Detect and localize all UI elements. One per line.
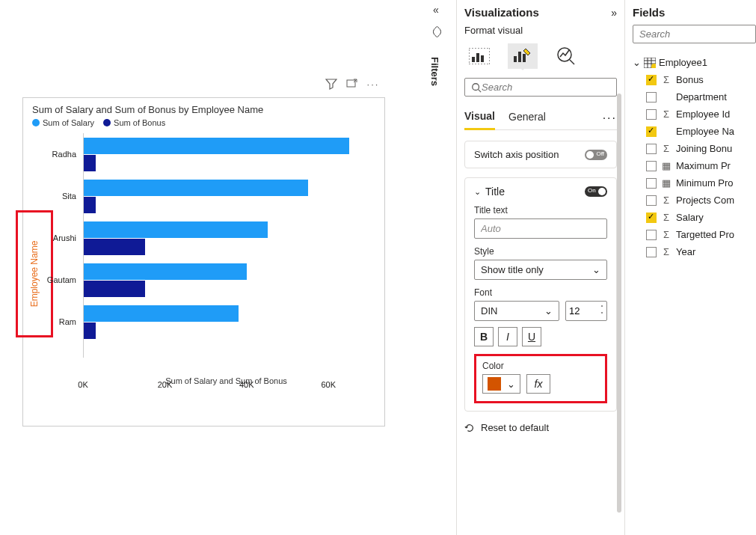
scrollbar[interactable] (617, 94, 621, 513)
field-checkbox[interactable] (646, 126, 657, 137)
color-picker[interactable]: ⌄ (482, 374, 520, 394)
field-checkbox[interactable] (646, 109, 657, 120)
analytics-icon[interactable] (551, 43, 581, 69)
title-toggle[interactable]: On (585, 186, 607, 197)
field-row[interactable]: ΣJoining Bonu (633, 140, 756, 157)
collapse-right-icon[interactable]: » (611, 7, 617, 19)
chevron-down-icon: ⌄ (633, 57, 641, 68)
build-visual-icon[interactable] (464, 43, 494, 69)
field-checkbox[interactable] (646, 213, 657, 223)
svg-rect-5 (514, 56, 517, 62)
style-label: Style (474, 246, 607, 257)
visualizations-panel: Visualizations » Format visual Visual Ge… (456, 0, 624, 535)
field-checkbox[interactable] (646, 75, 657, 85)
focus-mode-icon[interactable] (345, 77, 359, 91)
expand-left-icon[interactable]: « (425, 4, 447, 16)
field-label: Joining Bonu (676, 143, 732, 154)
format-search-input[interactable] (482, 82, 610, 93)
svg-rect-4 (481, 55, 484, 62)
eye-icon[interactable] (433, 20, 444, 38)
field-checkbox[interactable] (646, 161, 657, 171)
field-row[interactable]: Department (633, 88, 756, 106)
chevron-up-icon[interactable]: ˄ (600, 305, 603, 311)
category-label: Radha (43, 150, 76, 159)
field-checkbox[interactable] (646, 92, 657, 103)
field-label: Employee Id (676, 108, 730, 120)
bar[interactable] (84, 263, 247, 280)
tab-general[interactable]: General (508, 108, 546, 129)
chart-visual[interactable]: ··· Sum of Salary and Sum of Bonus by Em… (22, 97, 385, 427)
font-size-stepper[interactable]: ˄˅ (565, 301, 607, 321)
field-row[interactable]: ▦Minimum Pro (633, 174, 756, 192)
field-row[interactable]: Employee Na (633, 123, 756, 140)
chart-plot: RadhaSitaArushiGautamRam (83, 133, 369, 358)
field-label: Year (676, 246, 695, 257)
field-label: Projects Com (676, 195, 734, 206)
font-family-select[interactable]: DIN⌄ (474, 301, 559, 321)
category-label: Gautam (43, 275, 76, 284)
fields-search-input[interactable] (639, 28, 756, 40)
bar[interactable] (84, 197, 96, 213)
title-section-label: Title (485, 186, 580, 198)
bar[interactable] (84, 155, 96, 171)
chevron-down-icon[interactable]: ⌄ (474, 187, 481, 197)
tab-more-icon[interactable]: ··· (603, 111, 617, 125)
field-row[interactable]: ΣProjects Com (633, 192, 756, 209)
field-row[interactable]: ΣEmployee Id (633, 106, 756, 123)
filter-icon[interactable] (325, 77, 338, 91)
style-select[interactable]: Show title only⌄ (474, 260, 607, 280)
sigma-icon: Σ (661, 229, 672, 240)
field-row[interactable]: ▦Maximum Pr (633, 157, 756, 174)
more-options-icon[interactable]: ··· (366, 77, 380, 91)
bar[interactable] (84, 239, 145, 255)
bar-row: Sita (84, 175, 369, 217)
svg-point-9 (473, 83, 479, 90)
tab-visual[interactable]: Visual (464, 107, 495, 130)
chart-xaxis: 0K 20K 40K 60K Sum of Salary and Sum of … (83, 376, 369, 406)
bar[interactable] (84, 322, 96, 339)
field-label: Employee Na (676, 126, 734, 137)
bold-button[interactable]: B (474, 327, 494, 346)
field-label: Department (676, 91, 727, 103)
calculator-icon: ▦ (661, 177, 672, 189)
fields-search[interactable] (633, 25, 756, 43)
field-checkbox[interactable] (646, 178, 657, 189)
title-text-label: Title text (474, 205, 607, 215)
chevron-down-icon[interactable]: ˅ (600, 311, 603, 318)
field-checkbox[interactable] (646, 195, 657, 206)
filters-pane-collapsed[interactable]: « Filters (425, 4, 447, 86)
bar[interactable] (84, 281, 145, 297)
field-checkbox[interactable] (646, 247, 657, 257)
sigma-icon: Σ (661, 143, 672, 154)
italic-button[interactable]: I (498, 327, 517, 346)
font-label: Font (474, 287, 607, 298)
format-visual-icon[interactable] (508, 43, 538, 69)
bar[interactable] (84, 305, 239, 322)
underline-button[interactable]: U (522, 327, 541, 346)
table-header[interactable]: ⌄ Employee1 (633, 54, 756, 71)
bar[interactable] (84, 180, 308, 196)
field-label: Salary (676, 212, 704, 223)
field-row[interactable]: ΣSalary (633, 209, 756, 226)
field-checkbox[interactable] (646, 230, 657, 240)
field-row[interactable]: ΣTargetted Pro (633, 226, 756, 243)
switch-axis-toggle[interactable]: Off (585, 150, 607, 160)
category-label: Arushi (43, 233, 76, 242)
field-row[interactable]: ΣBonus (633, 71, 756, 88)
field-label: Bonus (676, 74, 704, 85)
format-search[interactable] (464, 78, 617, 97)
color-swatch (488, 377, 501, 391)
font-size-input[interactable] (569, 305, 591, 317)
title-text-input[interactable] (474, 218, 607, 239)
bar[interactable] (84, 221, 268, 238)
conditional-format-button[interactable]: fx (526, 374, 550, 394)
bar[interactable] (84, 138, 349, 154)
bar-row: Ram (84, 301, 369, 343)
field-checkbox[interactable] (646, 144, 657, 154)
svg-rect-2 (472, 57, 475, 62)
chevron-down-icon: ⌄ (592, 264, 600, 275)
field-row[interactable]: ΣYear (633, 243, 756, 260)
reset-to-default[interactable]: Reset to default (464, 422, 617, 433)
fields-title: Fields (633, 6, 665, 19)
sigma-icon: Σ (661, 246, 672, 257)
